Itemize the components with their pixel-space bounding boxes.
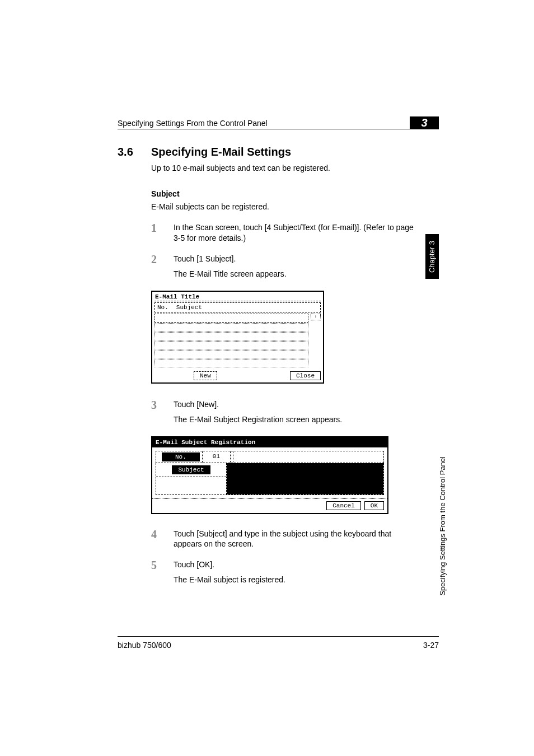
step-4-text: Touch [Subject] and type in the subject … xyxy=(174,529,414,550)
section-title: Specifying E-Mail Settings xyxy=(151,146,291,158)
list-item[interactable] xyxy=(154,314,308,323)
col-subject: Subject xyxy=(176,304,202,311)
email-title-columns: No. Subject xyxy=(154,302,321,312)
section-number: 3.6 xyxy=(118,146,151,158)
no-value: 01 xyxy=(202,451,231,463)
list-item[interactable] xyxy=(154,341,308,349)
chapter-tab-label: Chapter 3 xyxy=(428,240,437,272)
step-1-number: 1 xyxy=(151,222,174,244)
step-5-number: 5 xyxy=(151,559,174,571)
list-item[interactable] xyxy=(154,359,308,367)
step-3-number: 3 xyxy=(151,399,174,410)
ok-button[interactable]: OK xyxy=(364,501,384,510)
subject-button[interactable]: Subject xyxy=(172,465,210,474)
chapter-tab: Chapter 3 xyxy=(425,234,439,279)
footer-model: bizhub 750/600 xyxy=(118,641,171,650)
list-item[interactable] xyxy=(154,323,308,332)
step-5-result: The E-Mail subject is registered. xyxy=(174,575,414,584)
no-label: No. xyxy=(162,452,200,461)
chapter-mark: 3 xyxy=(410,116,439,129)
footer-page-number: 3-27 xyxy=(423,641,439,650)
hatched-area xyxy=(233,451,383,463)
side-running-text: Specifying Settings From the Control Pan… xyxy=(438,456,447,596)
step-5-text: Touch [OK]. xyxy=(174,559,414,571)
email-title-window-title: E-Mail Title xyxy=(152,292,323,301)
step-2-result: The E-Mail Title screen appears. xyxy=(174,269,414,278)
subsection-title: Subject xyxy=(151,189,414,198)
subsection-intro: E-Mail subjects can be registered. xyxy=(151,202,414,212)
step-2-text: Touch [1 Subject]. xyxy=(174,254,414,265)
step-3-result: The E-Mail Subject Registration screen a… xyxy=(174,415,414,424)
col-no: No. xyxy=(157,304,168,311)
step-2-number: 2 xyxy=(151,254,174,265)
footer-rule xyxy=(118,636,439,637)
step-1-text: In the Scan screen, touch [4 Subject/Tex… xyxy=(174,222,414,244)
new-button[interactable]: New xyxy=(194,371,217,380)
screenshot-email-subject-registration: E-Mail Subject Registration No. 01 Subje… xyxy=(151,436,388,514)
screenshot-email-title: E-Mail Title No. Subject ↑ New xyxy=(151,291,324,384)
list-item[interactable] xyxy=(154,350,308,358)
hatched-area xyxy=(156,477,226,494)
email-subject-reg-title: E-Mail Subject Registration xyxy=(152,437,387,447)
section-intro: Up to 10 e-mail subjects and text can be… xyxy=(151,163,414,174)
running-head: Specifying Settings From the Control Pan… xyxy=(118,119,439,129)
list-item[interactable] xyxy=(154,332,308,340)
close-button[interactable]: Close xyxy=(290,371,321,380)
step-4-number: 4 xyxy=(151,529,174,550)
subject-input[interactable] xyxy=(227,463,383,494)
cancel-button[interactable]: Cancel xyxy=(326,501,361,510)
scroll-up-icon[interactable]: ↑ xyxy=(311,314,321,320)
step-3-text: Touch [New]. xyxy=(174,399,414,410)
